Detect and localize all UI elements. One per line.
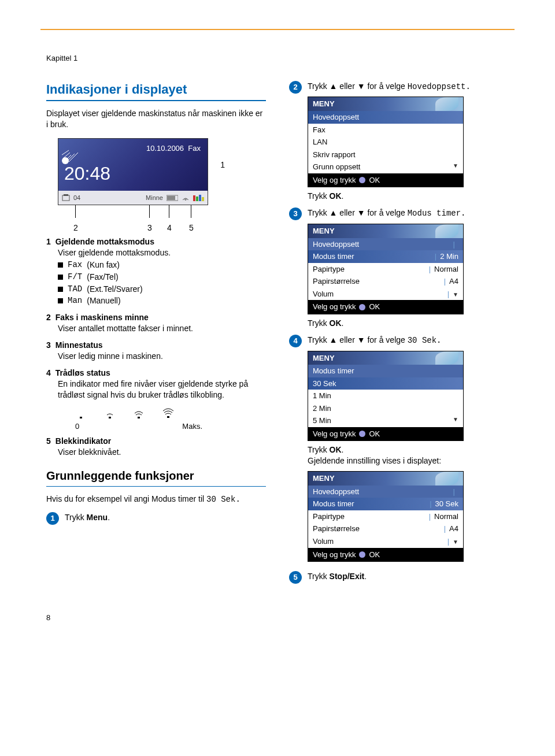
- wifi-level-0-icon: [75, 407, 87, 419]
- svg-rect-7: [64, 194, 68, 196]
- bullet-icon: [58, 287, 63, 292]
- step-2-text: Trykk ▲ eller ▼ for å velge Hovedoppsett…: [308, 81, 509, 92]
- subsection-title: Grunnleggende funksjoner: [46, 468, 266, 487]
- mode-desc: (Ext.Tel/Svarer): [87, 284, 142, 295]
- def-num: 1: [46, 236, 51, 247]
- step-2-ok: Trykk OK.: [308, 191, 509, 202]
- step-1-text: Trykk Menu.: [65, 512, 266, 523]
- step-5-text: Trykk Stop/Exit.: [308, 571, 509, 582]
- step-3-badge: 3: [289, 207, 302, 220]
- def-num: 3: [46, 340, 51, 351]
- mode-code: Fax: [68, 260, 82, 270]
- wifi-level-2-icon: [133, 407, 145, 419]
- def-num: 2: [46, 312, 51, 323]
- def-title: Minnestatus: [56, 340, 103, 351]
- svg-point-10: [185, 199, 186, 201]
- menu-screen-3: MENY Modus timer 30 Sek 1 Min 2 Min 5 Mi…: [308, 351, 464, 442]
- lcd-display: 10.10.2006 Fax 20:48 04 Minne: [58, 138, 208, 205]
- svg-rect-14: [167, 416, 169, 418]
- lcd-time: 20:48: [64, 161, 110, 186]
- step-4-ok: Trykk OK.: [308, 444, 509, 455]
- page-number: 8: [46, 613, 509, 623]
- step-4-text: Trykk ▲ eller ▼ for å velge 30 Sek.: [308, 335, 509, 346]
- callout-connector-lines: [58, 205, 208, 223]
- lcd-memory: Minne: [146, 194, 163, 202]
- mode-code: TAD: [68, 284, 82, 295]
- callout-1: 1: [220, 160, 225, 171]
- mode-desc: (Manuell): [87, 295, 120, 306]
- lcd-mode: Fax: [188, 144, 201, 153]
- chapter-label: Kapittel 1: [46, 53, 509, 64]
- step-3-ok: Trykk OK.: [308, 318, 509, 329]
- def-body: Viser blekknivået.: [58, 447, 266, 458]
- def-body: Viser ledig minne i maskinen.: [58, 351, 266, 362]
- def-num: 5: [46, 436, 51, 447]
- menu-screen-2: MENY Hovedoppsett| Modus timer|2 Min Pap…: [308, 224, 464, 314]
- svg-rect-11: [80, 417, 82, 418]
- lcd-fax-count: 04: [73, 194, 80, 202]
- bullet-icon: [58, 275, 63, 280]
- menu-screen-1: MENY Hovedoppsett Fax LAN Skriv rapport …: [308, 97, 464, 187]
- def-body: Viser antallet mottatte fakser i minnet.: [58, 323, 266, 334]
- step-4-badge: 4: [289, 335, 302, 347]
- step-4-post: Gjeldende innstilling vises i displayet:: [308, 455, 509, 466]
- wifi-level-1-icon: [104, 407, 116, 419]
- section-intro: Displayet viser gjeldende maskinstatus n…: [46, 108, 266, 130]
- step-1-badge: 1: [46, 512, 59, 525]
- def-title: Gjeldende mottaksmodus: [56, 236, 154, 247]
- subsection-intro: Hvis du for eksempel vil angi Modus time…: [46, 494, 266, 505]
- step-5-badge: 5: [289, 571, 302, 584]
- svg-rect-6: [62, 195, 69, 201]
- lcd-date: 10.10.2006: [146, 144, 184, 153]
- wifi-icon: [182, 194, 190, 201]
- mode-code: F/T: [68, 272, 82, 283]
- wifi-level-3-icon: [162, 406, 175, 419]
- svg-rect-9: [167, 196, 175, 200]
- callout-number-row: 2 3 4 5: [58, 223, 208, 232]
- svg-line-2: [69, 153, 78, 162]
- svg-rect-12: [109, 417, 111, 418]
- wifi-scale-max: Maks.: [182, 421, 202, 432]
- ink-level-icon: [193, 195, 204, 201]
- mode-desc: (Kun fax): [87, 260, 120, 270]
- section-title: Indikasjoner i displayet: [46, 81, 266, 102]
- memory-gauge-icon: [166, 194, 178, 201]
- def-body: En indikator med fire nivåer viser gjeld…: [58, 379, 266, 401]
- def-title: Trådløs status: [56, 368, 110, 379]
- def-body: Viser gjeldende mottaksmodus.: [58, 247, 266, 258]
- wifi-scale-min: 0: [75, 421, 79, 432]
- def-title: Faks i maskinens minne: [56, 312, 149, 323]
- fax-icon: [62, 194, 70, 201]
- wifi-strength-scale: [75, 406, 266, 419]
- mode-desc: (Fax/Tel): [87, 272, 118, 283]
- menu-screen-4: MENY Hovedoppsett| Modus timer|30 Sek Pa…: [308, 471, 464, 562]
- def-num: 4: [46, 368, 51, 379]
- def-title: Blekkindikator: [56, 436, 111, 447]
- step-3-text: Trykk ▲ eller ▼ for å velge Modus timer.: [308, 207, 509, 219]
- svg-rect-13: [138, 417, 140, 418]
- step-2-badge: 2: [289, 81, 302, 94]
- bullet-icon: [58, 298, 63, 303]
- mode-code: Man: [68, 295, 82, 306]
- definition-list: 1Gjeldende mottaksmodus Viser gjeldende …: [46, 236, 266, 401]
- bullet-icon: [58, 262, 63, 268]
